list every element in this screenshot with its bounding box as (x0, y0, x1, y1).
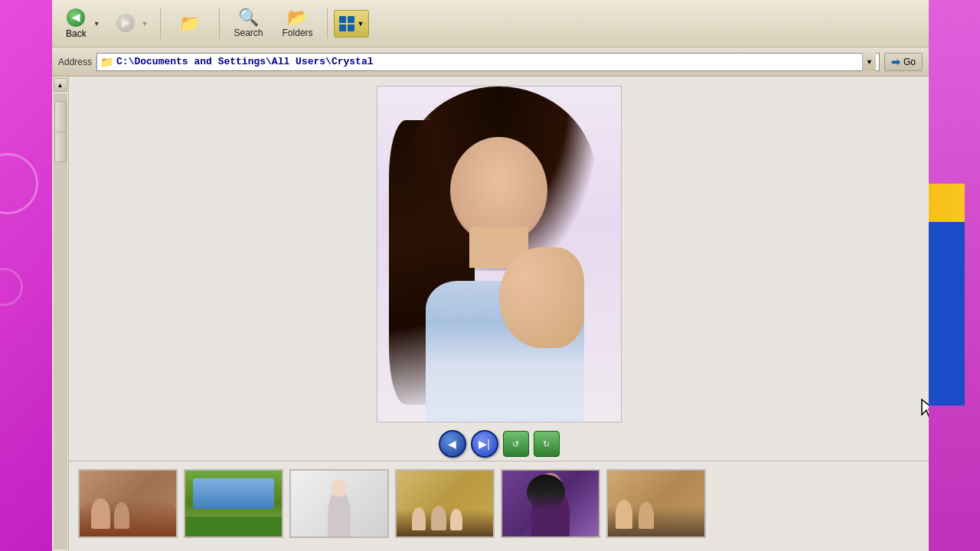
thumbnail-1[interactable] (78, 469, 178, 538)
rotate-left-button[interactable]: ↺ (503, 431, 529, 457)
rotate-right-button[interactable]: ↻ (534, 431, 560, 457)
toolbar: ◀ Back ▼ ▶ ▼ 📁 🔍 Search 📂 Folders (52, 0, 929, 47)
left-scroll-panel: ▲ (52, 77, 69, 551)
svg-marker-0 (922, 399, 929, 418)
folders-icon: 📂 (287, 9, 308, 26)
go-label: Go (903, 57, 916, 67)
folders-button[interactable]: 📂 Folders (275, 5, 321, 43)
thumbnail-3[interactable] (289, 469, 389, 538)
left-side-panel (0, 0, 54, 551)
address-input[interactable] (116, 56, 859, 67)
address-dropdown-arrow[interactable]: ▼ (862, 53, 876, 71)
prev-button[interactable]: ◀ (439, 430, 466, 458)
toolbar-separator-3 (327, 8, 328, 39)
cursor-overlay (920, 398, 929, 424)
address-label: Address (58, 57, 92, 67)
go-button[interactable]: ➡ Go (884, 53, 923, 71)
back-dropdown-arrow[interactable]: ▼ (91, 5, 103, 43)
search-label: Search (234, 28, 263, 38)
address-input-wrap: 📁 ▼ (96, 53, 880, 71)
search-icon: 🔍 (238, 9, 259, 26)
views-button[interactable]: ▼ (334, 10, 370, 37)
address-bar: Address 📁 ▼ ➡ Go (52, 47, 929, 77)
address-folder-icon: 📁 (100, 56, 113, 68)
cursor-icon (920, 398, 929, 419)
toolbar-separator-1 (160, 8, 161, 39)
up-button[interactable]: 📁 (167, 5, 213, 43)
toolbar-separator-2 (219, 8, 220, 39)
up-icon: 📁 (179, 15, 200, 32)
forward-dropdown-arrow[interactable]: ▼ (139, 5, 151, 43)
thumbnail-2[interactable] (184, 469, 283, 538)
thumbnail-4[interactable] (395, 469, 495, 538)
back-button[interactable]: ◀ Back ▼ (58, 5, 106, 43)
explorer-window: ◀ Back ▼ ▶ ▼ 📁 🔍 Search 📂 Folders (52, 0, 929, 551)
photo-shoulder (499, 247, 584, 347)
thumbnail-6[interactable] (606, 469, 706, 538)
photo-area: ◀ ▶| ↺ ↻ (69, 77, 929, 551)
forward-icon: ▶ (116, 14, 135, 32)
scrollbar-track[interactable] (54, 93, 67, 549)
thumbnails-strip (69, 461, 929, 545)
back-icon: ◀ (67, 8, 85, 27)
thumbnail-5[interactable] (501, 469, 600, 538)
main-photo (377, 86, 622, 422)
views-icon (339, 16, 354, 31)
nav-controls: ◀ ▶| ↺ ↻ (439, 430, 560, 458)
content-area: ▲ (52, 77, 929, 551)
views-dropdown-arrow: ▼ (358, 20, 364, 28)
photo-person-background (377, 86, 621, 422)
forward-button[interactable]: ▶ ▼ (109, 5, 154, 43)
folders-label: Folders (283, 28, 313, 38)
search-button[interactable]: 🔍 Search (226, 5, 272, 43)
scroll-up-button[interactable]: ▲ (54, 78, 67, 92)
next-button[interactable]: ▶| (471, 430, 498, 458)
go-arrow-icon: ➡ (891, 56, 900, 68)
back-label: Back (66, 28, 87, 39)
